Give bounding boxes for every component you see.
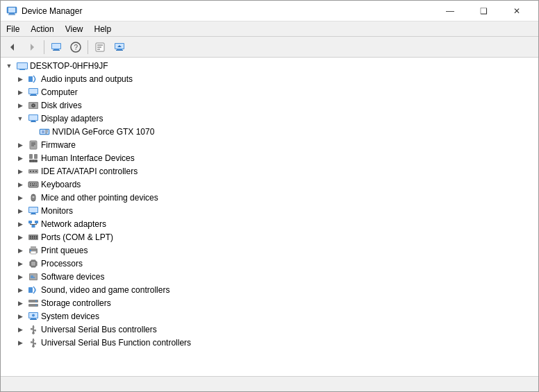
firmware-label: Firmware: [41, 140, 76, 150]
computer-icon: [28, 87, 39, 98]
tree-content[interactable]: ▼ DESKTOP-0HFH9JF ▶ Audio inputs and: [1, 58, 538, 376]
hid-expand[interactable]: ▶: [15, 153, 26, 164]
list-item[interactable]: ▼ Display adapters: [1, 112, 538, 125]
list-item[interactable]: ▶ Sound, video and game controllers: [1, 283, 538, 296]
print-expand[interactable]: ▶: [15, 245, 26, 256]
list-item[interactable]: ▶ Universal Serial Bus controllers: [1, 323, 538, 336]
svg-rect-9: [53, 50, 60, 51]
list-item[interactable]: ▶ Ports (COM & LPT): [1, 230, 538, 244]
list-item[interactable]: ▶ Universal Serial Bus Function controll…: [1, 336, 538, 349]
usb-expand[interactable]: ▶: [15, 324, 26, 335]
svg-rect-92: [31, 246, 36, 249]
sw-expand[interactable]: ▶: [15, 271, 26, 282]
toolbar: ?: [1, 37, 538, 58]
mouse-expand[interactable]: ▶: [15, 192, 26, 203]
proc-expand[interactable]: ▶: [15, 258, 26, 269]
svg-rect-88: [32, 237, 33, 239]
list-item[interactable]: ▶ Mice and other pointing devices: [1, 191, 538, 204]
svg-rect-7: [52, 44, 60, 49]
ide-label: IDE ATA/ATAPI controllers: [41, 167, 138, 176]
usb-label: Universal Serial Bus controllers: [41, 325, 157, 334]
svg-rect-60: [30, 183, 31, 185]
mouse-label: Mice and other pointing devices: [41, 193, 158, 203]
menu-file[interactable]: File: [1, 22, 25, 37]
computer-props-button[interactable]: [47, 39, 65, 56]
list-item[interactable]: ▶ Disk drives: [1, 99, 538, 112]
sysdev-label: System devices: [41, 312, 99, 321]
close-button[interactable]: ✕: [501, 3, 533, 19]
list-item[interactable]: ▶ Proces: [1, 257, 538, 270]
list-item[interactable]: ▶ Keyboards: [1, 178, 538, 191]
audio-icon: [28, 74, 39, 85]
list-item[interactable]: ▶ IDE ATA/ATAPI controllers: [1, 164, 538, 178]
usb2-expand[interactable]: ▶: [15, 337, 26, 348]
list-item[interactable]: ▶ Firmware: [1, 138, 538, 151]
usb2-icon: [28, 337, 39, 348]
forward-button[interactable]: [23, 39, 41, 56]
svg-rect-57: [35, 171, 37, 172]
monitor-expand[interactable]: ▶: [15, 205, 26, 216]
tree-root[interactable]: ▼ DESKTOP-0HFH9JF: [1, 59, 538, 72]
mouse-icon: [28, 192, 39, 203]
list-item[interactable]: ▶ Software devices: [1, 270, 538, 283]
sound-expand[interactable]: ▶: [15, 284, 26, 296]
ports-expand[interactable]: ▶: [15, 232, 26, 243]
display-expand[interactable]: ▼: [15, 113, 26, 124]
menu-view[interactable]: View: [60, 22, 89, 37]
network-icon: [28, 219, 39, 230]
status-text: [3, 380, 6, 389]
list-item[interactable]: ▶ Network adapters: [1, 217, 538, 230]
list-item[interactable]: ▶ Audio inputs and outputs: [1, 72, 538, 85]
svg-marker-129: [32, 339, 35, 341]
svg-rect-131: [34, 343, 36, 345]
back-button[interactable]: [3, 39, 22, 56]
ide-icon: [28, 166, 39, 177]
keyboard-expand[interactable]: ▶: [15, 179, 26, 190]
svg-rect-18: [117, 49, 122, 50]
svg-rect-19: [116, 50, 123, 51]
svg-point-116: [35, 300, 37, 302]
svg-rect-84: [32, 236, 33, 237]
list-item[interactable]: ▶ Computer: [1, 85, 538, 99]
list-item[interactable]: ▶ Monitors: [1, 204, 538, 217]
monitor-icon: [28, 205, 39, 216]
storage-expand[interactable]: ▶: [15, 298, 26, 309]
svg-rect-120: [31, 318, 36, 319]
gpu-icon: [39, 126, 50, 137]
display-label: Display adapters: [41, 114, 103, 123]
keyboard-icon: [28, 179, 39, 190]
help-button[interactable]: ?: [67, 39, 85, 56]
title-text: Device Manager: [22, 6, 82, 16]
svg-rect-125: [31, 328, 33, 330]
svg-rect-63: [36, 183, 37, 185]
svg-rect-27: [31, 94, 36, 95]
svg-rect-110: [30, 274, 37, 280]
list-item[interactable]: ▶ System devices: [1, 309, 538, 323]
firmware-expand[interactable]: ▶: [15, 139, 26, 151]
menu-action[interactable]: Action: [25, 22, 59, 37]
network-expand[interactable]: ▶: [15, 219, 26, 230]
sysdev-expand[interactable]: ▶: [15, 311, 26, 322]
disk-expand[interactable]: ▶: [15, 100, 26, 111]
usb-icon: [28, 324, 39, 335]
list-item[interactable]: ▶ Print queues: [1, 244, 538, 257]
root-icon: [17, 60, 28, 71]
minimize-button[interactable]: —: [434, 3, 466, 19]
ide-expand[interactable]: ▶: [15, 166, 26, 177]
app-icon: [6, 6, 17, 17]
root-label: DESKTOP-0HFH9JF: [30, 61, 108, 71]
svg-text:?: ?: [74, 44, 78, 51]
list-item[interactable]: ▶ Human Interface Devices: [1, 151, 538, 164]
root-expand-btn[interactable]: ▼: [3, 60, 15, 71]
list-item[interactable]: ▶ Storage controllers: [1, 296, 538, 309]
audio-expand[interactable]: ▶: [15, 74, 26, 85]
menu-help[interactable]: Help: [89, 22, 117, 37]
svg-rect-43: [30, 141, 37, 149]
computer-expand[interactable]: ▶: [15, 87, 26, 98]
update-driver-button[interactable]: [110, 39, 128, 56]
svg-rect-62: [34, 183, 35, 185]
properties-button[interactable]: [91, 39, 109, 56]
list-item[interactable]: ▶ NVIDIA GeForce GTX 1070: [1, 125, 538, 138]
maximize-button[interactable]: ❑: [467, 3, 499, 19]
svg-rect-39: [42, 130, 44, 133]
